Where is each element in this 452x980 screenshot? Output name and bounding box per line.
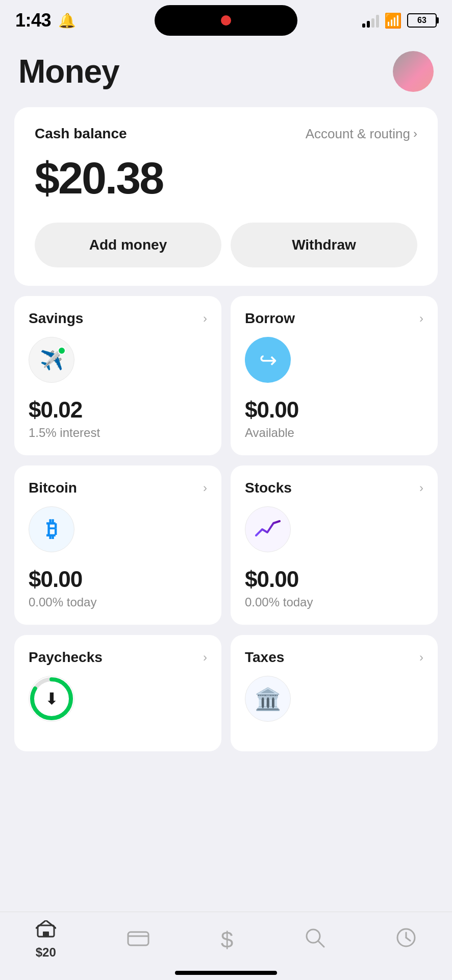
action-buttons: Add money Withdraw — [35, 223, 417, 267]
home-indicator — [175, 971, 277, 975]
paychecks-card-header: Paychecks › — [29, 649, 207, 666]
status-bar: 1:43 🔔 📶 63 — [0, 0, 452, 41]
paychecks-taxes-row: Paychecks › ⬇ Taxes › 🏛️ — [14, 635, 438, 751]
paychecks-card[interactable]: Paychecks › ⬇ — [14, 635, 221, 751]
savings-amount: $0.02 — [29, 397, 207, 423]
signal-bar-4 — [376, 15, 379, 28]
account-routing-link[interactable]: Account & routing › — [306, 126, 417, 142]
withdraw-button[interactable]: Withdraw — [231, 223, 417, 267]
tab-card[interactable] — [127, 928, 149, 952]
bitcoin-icon: ₿ — [29, 506, 74, 552]
bitcoin-title: Bitcoin — [29, 480, 77, 496]
signal-bar-3 — [371, 18, 374, 28]
notification-bell-icon: 🔔 — [58, 12, 76, 29]
search-tab-icon — [305, 927, 325, 953]
svg-line-10 — [406, 938, 410, 941]
bitcoin-symbol-icon: ₿ — [46, 517, 57, 542]
borrow-chevron-icon: › — [419, 311, 423, 326]
card-tab-icon — [127, 928, 149, 952]
svg-rect-3 — [43, 932, 49, 937]
paychecks-progress-icon: ⬇ — [29, 676, 74, 722]
stocks-chevron-icon: › — [419, 481, 423, 495]
savings-subtitle: 1.5% interest — [29, 426, 207, 440]
trend-chart-icon — [255, 519, 281, 540]
bitcoin-card[interactable]: Bitcoin › ₿ $0.00 0.00% today — [14, 465, 221, 625]
tab-search[interactable] — [305, 927, 325, 953]
taxes-title: Taxes — [245, 649, 284, 666]
clock-tab-icon — [396, 927, 416, 953]
paychecks-download-icon: ⬇ — [45, 689, 59, 708]
tab-bar: $20 $ — [0, 912, 452, 980]
main-content: Cash balance Account & routing › $20.38 … — [0, 107, 452, 751]
paychecks-icon: ⬇ — [29, 676, 74, 722]
dollar-tab-icon: $ — [221, 927, 233, 953]
savings-chevron-icon: › — [203, 311, 207, 326]
svg-line-7 — [318, 941, 324, 947]
savings-icon: ✈️ — [29, 337, 74, 383]
savings-card-header: Savings › — [29, 310, 207, 327]
cash-balance-card: Cash balance Account & routing › $20.38 … — [14, 107, 438, 286]
stocks-card-header: Stocks › — [245, 480, 423, 496]
account-routing-text: Account & routing — [306, 126, 410, 142]
battery-indicator: 63 — [407, 13, 437, 28]
borrow-card[interactable]: Borrow › ↪ $0.00 Available — [231, 296, 438, 455]
stocks-card[interactable]: Stocks › $0.00 0.00% today — [231, 465, 438, 625]
borrow-icon: ↪ — [245, 337, 291, 383]
savings-green-dot — [58, 347, 66, 355]
bitcoin-subtitle: 0.00% today — [29, 595, 207, 609]
tab-items: $20 $ — [0, 920, 452, 960]
bank-icon: 🏛️ — [255, 687, 281, 712]
add-money-button[interactable]: Add money — [35, 223, 221, 267]
cash-header: Cash balance Account & routing › — [35, 126, 417, 142]
account-routing-chevron-icon: › — [413, 127, 417, 141]
bitcoin-card-header: Bitcoin › — [29, 480, 207, 496]
savings-airplane-wrap: ✈️ — [40, 349, 64, 371]
home-tab-icon — [36, 920, 56, 943]
signal-bar-2 — [367, 21, 370, 28]
bitcoin-amount: $0.00 — [29, 567, 207, 592]
wifi-icon: 📶 — [384, 12, 402, 29]
status-time: 1:43 — [15, 10, 51, 31]
borrow-title: Borrow — [245, 310, 295, 327]
avatar[interactable] — [393, 51, 434, 92]
header: Money — [0, 41, 452, 107]
paychecks-chevron-icon: › — [203, 650, 207, 665]
taxes-icon: 🏛️ — [245, 676, 291, 722]
cash-balance-label: Cash balance — [35, 126, 127, 142]
savings-card[interactable]: Savings › ✈️ $0.02 1.5% interest — [14, 296, 221, 455]
borrow-amount: $0.00 — [245, 397, 423, 423]
notch-dot — [221, 15, 231, 26]
signal-bar-1 — [362, 23, 365, 28]
taxes-card-header: Taxes › — [245, 649, 423, 666]
stocks-title: Stocks — [245, 480, 292, 496]
bottom-amount: $20 — [36, 945, 56, 960]
status-right: 📶 63 — [362, 12, 437, 29]
taxes-chevron-icon: › — [419, 650, 423, 665]
borrow-card-header: Borrow › — [245, 310, 423, 327]
borrow-arrow-icon: ↪ — [259, 348, 277, 373]
taxes-card[interactable]: Taxes › 🏛️ — [231, 635, 438, 751]
paychecks-title: Paychecks — [29, 649, 103, 666]
cash-amount: $20.38 — [35, 152, 417, 204]
savings-title: Savings — [29, 310, 83, 327]
signal-icon — [362, 13, 379, 28]
stocks-subtitle: 0.00% today — [245, 595, 423, 609]
tab-history[interactable] — [396, 927, 416, 953]
svg-rect-4 — [128, 932, 148, 945]
borrow-subtitle: Available — [245, 426, 423, 440]
bitcoin-chevron-icon: › — [203, 481, 207, 495]
tab-home[interactable]: $20 — [36, 920, 56, 960]
stocks-amount: $0.00 — [245, 567, 423, 592]
bitcoin-stocks-row: Bitcoin › ₿ $0.00 0.00% today Stocks › — [14, 465, 438, 625]
savings-borrow-row: Savings › ✈️ $0.02 1.5% interest Borrow … — [14, 296, 438, 455]
page-title: Money — [18, 53, 119, 90]
notch — [155, 5, 297, 36]
tab-dollar[interactable]: $ — [221, 927, 233, 953]
stocks-icon — [245, 506, 291, 552]
